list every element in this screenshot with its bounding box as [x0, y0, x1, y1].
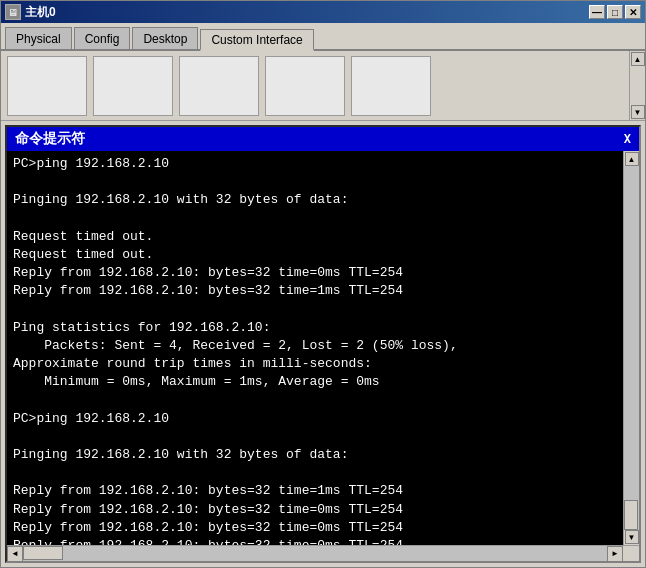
scroll-left-button[interactable]: ◄	[7, 546, 23, 562]
close-button[interactable]: ✕	[625, 5, 641, 19]
thumbnail-strip: ▲ ▼	[1, 51, 645, 121]
tab-custom-interface[interactable]: Custom Interface	[200, 29, 313, 51]
tab-physical[interactable]: Physical	[5, 27, 72, 49]
scroll-thumb-horizontal[interactable]	[23, 546, 63, 560]
cmd-scroll-up[interactable]: ▲	[625, 152, 639, 166]
tab-desktop[interactable]: Desktop	[132, 27, 198, 49]
cmd-scroll-down[interactable]: ▼	[625, 530, 639, 544]
scroll-right-button[interactable]: ►	[607, 546, 623, 562]
cmd-scroll-track	[624, 166, 639, 530]
tab-bar: Physical Config Desktop Custom Interface	[1, 23, 645, 51]
title-buttons: — □ ✕	[589, 5, 641, 19]
thumbnail-5[interactable]	[351, 56, 431, 116]
thumbnail-2[interactable]	[93, 56, 173, 116]
maximize-button[interactable]: □	[607, 5, 623, 19]
thumbnail-scrollbar: ▲ ▼	[629, 51, 645, 120]
cmd-area: 命令提示符 X PC>ping 192.168.2.10 Pinging 192…	[5, 125, 641, 563]
cmd-content-wrapper: PC>ping 192.168.2.10 Pinging 192.168.2.1…	[7, 151, 639, 545]
bottom-scrollbar: ◄ ►	[7, 545, 639, 561]
main-window: 🖥 主机0 — □ ✕ Physical Config Desktop Cust…	[0, 0, 646, 568]
cmd-title-bar: 命令提示符 X	[7, 127, 639, 151]
thumbnail-1[interactable]	[7, 56, 87, 116]
thumbnail-4[interactable]	[265, 56, 345, 116]
cmd-title-text: 命令提示符	[15, 130, 85, 148]
tab-config[interactable]: Config	[74, 27, 131, 49]
thumbnail-3[interactable]	[179, 56, 259, 116]
thumbnail-scroll-up[interactable]: ▲	[631, 52, 645, 66]
thumbnail-scroll-down[interactable]: ▼	[631, 105, 645, 119]
title-bar-left: 🖥 主机0	[5, 4, 56, 21]
cmd-close-button[interactable]: X	[624, 132, 631, 146]
window-title: 主机0	[25, 4, 56, 21]
scroll-track-horizontal	[23, 546, 607, 561]
cmd-vertical-scrollbar: ▲ ▼	[623, 151, 639, 545]
minimize-button[interactable]: —	[589, 5, 605, 19]
window-icon: 🖥	[5, 4, 21, 20]
cmd-scroll-thumb[interactable]	[624, 500, 638, 530]
cmd-output[interactable]: PC>ping 192.168.2.10 Pinging 192.168.2.1…	[7, 151, 623, 545]
scroll-corner	[623, 546, 639, 562]
title-bar: 🖥 主机0 — □ ✕	[1, 1, 645, 23]
